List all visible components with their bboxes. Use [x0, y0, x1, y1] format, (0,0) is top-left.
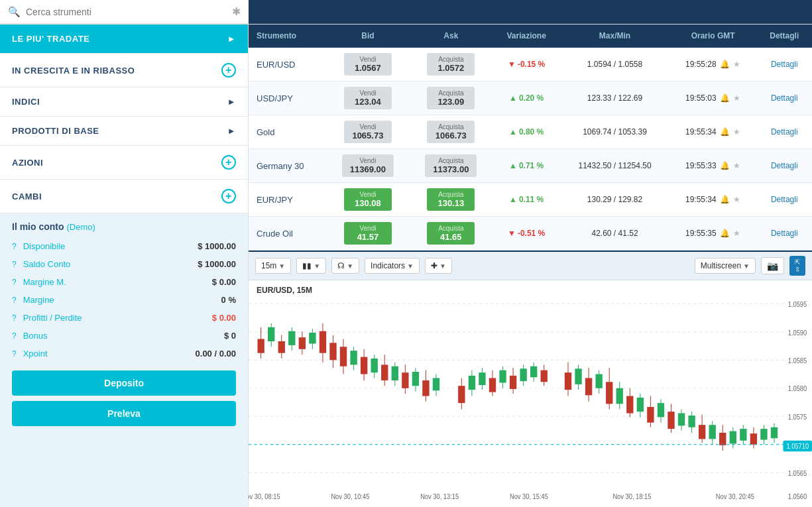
svg-rect-88 [647, 407, 654, 423]
camera-icon: 📷 [767, 260, 778, 271]
col-header-strumento: Strumento [249, 25, 326, 48]
svg-rect-56 [469, 376, 475, 390]
svg-rect-68 [530, 366, 537, 378]
svg-rect-32 [329, 343, 336, 360]
svg-rect-58 [479, 372, 485, 385]
dettagli-cell[interactable]: Dettagli [757, 115, 812, 149]
bid-cell[interactable]: Vendi 1.0567 [326, 48, 409, 82]
arrow-right-icon: ► [227, 34, 236, 44]
svg-rect-34 [340, 347, 347, 366]
plus-button-azioni[interactable]: + [221, 155, 236, 170]
dettagli-cell[interactable]: Dettagli [757, 149, 812, 183]
info-icon-margine-m[interactable]: ? [12, 278, 17, 287]
info-icon-margine[interactable]: ? [12, 296, 17, 305]
ask-cell[interactable]: Acquista 11373.00 [410, 149, 493, 183]
svg-rect-82 [616, 388, 623, 404]
svg-rect-70 [541, 370, 548, 382]
sidebar-item-azioni[interactable]: AZIONI + [0, 146, 248, 180]
chart-area: 15m ▼ ▮▮ ▼ ☊ ▼ Indicators ▼ ✚ ▼ [249, 251, 812, 507]
deposit-button[interactable]: Deposito [12, 370, 236, 396]
search-icon: 🔍 [8, 6, 21, 18]
plus-button-in-crescita[interactable]: + [221, 63, 236, 78]
time-cell: 19:55:33 🔔 ★ [669, 149, 757, 183]
svg-rect-76 [585, 378, 592, 395]
dettagli-link[interactable]: Dettagli [771, 60, 798, 69]
svg-rect-60 [489, 378, 496, 392]
variation-cell: ▲ 0.71 % [493, 149, 560, 183]
dettagli-cell[interactable]: Dettagli [757, 217, 812, 251]
sidebar-label: LE PIU' TRADATE [12, 34, 89, 44]
sidebar-item-cambi[interactable]: CAMBI + [0, 180, 248, 213]
indicators-button[interactable]: Indicators ▼ [365, 258, 420, 274]
svg-text:1.0585: 1.0585 [788, 357, 807, 365]
chart-title: EUR/USD, 15M [257, 286, 312, 295]
dettagli-link[interactable]: Dettagli [771, 127, 798, 137]
dettagli-cell[interactable]: Dettagli [757, 48, 812, 82]
svg-rect-48 [412, 372, 419, 386]
info-icon-saldo[interactable]: ? [12, 260, 17, 269]
svg-text:Nov 30, 08:15: Nov 30, 08:15 [249, 493, 280, 501]
dettagli-cell[interactable]: Dettagli [757, 82, 812, 115]
camera-button[interactable]: 📷 [761, 257, 784, 274]
expand-icon: ⇱⇳ [795, 258, 800, 273]
bid-cell[interactable]: Vendi 1065.73 [326, 115, 409, 149]
ask-cell[interactable]: Acquista 41.65 [410, 217, 493, 251]
sidebar-item-prodotti[interactable]: PRODOTTI DI BASE ► [0, 117, 248, 146]
search-input[interactable] [26, 7, 232, 17]
account-buttons: Deposito Preleva [0, 363, 248, 434]
sidebar-label: AZIONI [12, 158, 43, 168]
search-clear-icon[interactable]: ✱ [232, 5, 241, 18]
info-icon-bonus[interactable]: ? [12, 331, 17, 341]
ask-cell[interactable]: Acquista 130.13 [410, 183, 493, 217]
dettagli-link[interactable]: Dettagli [771, 195, 798, 204]
svg-rect-24 [288, 331, 295, 345]
timeframe-button[interactable]: 15m ▼ [255, 258, 291, 274]
instrument-name: Crude Oil [249, 217, 326, 251]
sidebar-item-in-crescita[interactable]: IN CRESCITA E IN RIBASSO + [0, 54, 248, 87]
multiscreen-button[interactable]: Multiscreen ▼ [695, 258, 756, 274]
table-row: EUR/USD Vendi 1.0567 Acquista 1.0572 ▼ -… [249, 48, 812, 82]
plus-button-cambi[interactable]: + [221, 189, 236, 203]
bid-cell[interactable]: Vendi 130.08 [326, 183, 409, 217]
account-row-value: $ 1000.00 [198, 241, 236, 251]
sidebar-label: IN CRESCITA E IN RIBASSO [12, 66, 135, 76]
bid-cell[interactable]: Vendi 11369.00 [326, 149, 409, 183]
svg-rect-28 [309, 333, 316, 344]
dettagli-cell[interactable]: Dettagli [757, 183, 812, 217]
chart-type-button[interactable]: ▮▮ ▼ [296, 258, 326, 274]
variation-cell: ▼ -0.51 % [493, 217, 560, 251]
variation-cell: ▲ 0.11 % [493, 183, 560, 217]
svg-text:1.05710: 1.05710 [786, 442, 809, 450]
svg-rect-50 [422, 380, 429, 396]
dettagli-link[interactable]: Dettagli [771, 229, 798, 238]
dettagli-link[interactable]: Dettagli [771, 93, 798, 103]
sidebar-item-le-piu-tradate[interactable]: LE PIU' TRADATE ► [0, 25, 248, 54]
dettagli-link[interactable]: Dettagli [771, 161, 798, 170]
info-icon-xpoint[interactable]: ? [12, 349, 17, 359]
svg-rect-78 [595, 374, 602, 388]
chevron-down-icon: ▼ [407, 262, 414, 270]
variation-cell: ▲ 0.20 % [493, 82, 560, 115]
info-icon-disponibile[interactable]: ? [12, 242, 17, 251]
account-row-xpoint: ? Xpoint 0.00 / 0.00 [0, 345, 248, 363]
bid-cell[interactable]: Vendi 123.04 [326, 82, 409, 115]
account-row-margine: ? Margine 0 % [0, 291, 248, 309]
crosshair-button[interactable]: ✚ ▼ [425, 258, 452, 274]
chevron-down-icon: ▼ [347, 262, 353, 270]
svg-text:1.0595: 1.0595 [788, 301, 807, 309]
svg-rect-54 [458, 386, 465, 403]
right-content: Strumento Bid Ask Variazione Max/Min Ora… [249, 25, 812, 507]
info-icon-profitti[interactable]: ? [12, 313, 17, 323]
ask-cell[interactable]: Acquista 1.0572 [410, 48, 493, 82]
draw-button[interactable]: ☊ ▼ [331, 258, 359, 274]
bid-cell[interactable]: Vendi 41.57 [326, 217, 409, 251]
ask-cell[interactable]: Acquista 1066.73 [410, 115, 493, 149]
expand-button[interactable]: ⇱⇳ [789, 256, 805, 276]
chevron-down-icon: ▼ [314, 262, 320, 270]
svg-rect-86 [637, 398, 644, 412]
ask-cell[interactable]: Acquista 123.09 [410, 82, 493, 115]
sidebar-item-indici[interactable]: INDICI ► [0, 87, 248, 117]
time-cell: 19:55:34 🔔 ★ [669, 115, 757, 149]
withdraw-button[interactable]: Preleva [12, 401, 236, 426]
svg-rect-18 [257, 339, 264, 353]
